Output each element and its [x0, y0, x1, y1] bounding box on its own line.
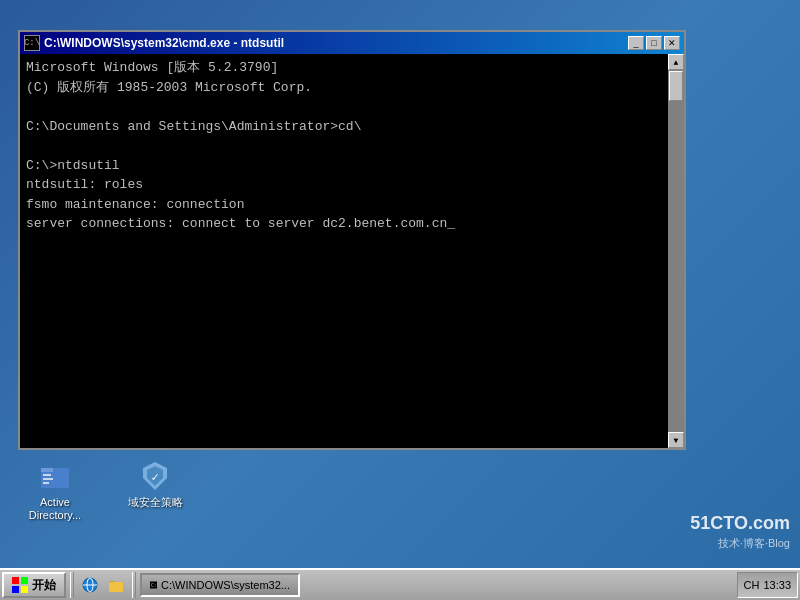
active-directory-label: Active Directory...: [20, 496, 90, 522]
maximize-button[interactable]: □: [646, 36, 662, 50]
scroll-up-button[interactable]: ▲: [668, 54, 684, 70]
cmd-window: C:\ C:\WINDOWS\system32\cmd.exe - ntdsut…: [18, 30, 686, 450]
security-policy-label: 域安全策略: [128, 496, 183, 509]
folder-quick-button[interactable]: [104, 573, 128, 597]
svg-rect-11: [21, 586, 28, 593]
svg-rect-10: [12, 586, 19, 593]
scroll-thumb[interactable]: [669, 71, 683, 101]
cmd-titlebar: C:\ C:\WINDOWS\system32\cmd.exe - ntdsut…: [20, 32, 684, 54]
tray-time: 13:33: [763, 579, 791, 591]
system-tray: CH 13:33: [737, 572, 798, 598]
scroll-track[interactable]: [668, 70, 684, 432]
scroll-down-button[interactable]: ▼: [668, 432, 684, 448]
svg-text:C:\: C:\: [151, 583, 157, 588]
active-directory-icon: [39, 460, 71, 492]
desktop-icon-active-directory[interactable]: Active Directory...: [20, 460, 90, 522]
folder-icon: [108, 577, 124, 593]
start-button[interactable]: 开始: [2, 572, 66, 598]
svg-rect-8: [12, 577, 19, 584]
desktop-icons: Active Directory... ✓ 域安全策略: [20, 460, 190, 522]
svg-rect-1: [41, 468, 53, 472]
titlebar-left: C:\ C:\WINDOWS\system32\cmd.exe - ntdsut…: [24, 35, 284, 51]
desktop: C:\ C:\WINDOWS\system32\cmd.exe - ntdsut…: [0, 0, 800, 600]
taskbar-grip-1: [70, 572, 74, 598]
watermark-site: 51CTO.com: [690, 512, 790, 535]
cmd-taskbar-button[interactable]: C:\ C:\WINDOWS\system32...: [140, 573, 300, 597]
cmd-icon: C:\: [24, 35, 40, 51]
cmd-title: C:\WINDOWS\system32\cmd.exe - ntdsutil: [44, 36, 284, 50]
svg-rect-9: [21, 577, 28, 584]
start-label: 开始: [32, 577, 56, 594]
cmd-taskbar-icon: C:\: [150, 578, 157, 592]
minimize-button[interactable]: _: [628, 36, 644, 50]
ie-quick-button[interactable]: [78, 573, 102, 597]
desktop-icon-security-policy[interactable]: ✓ 域安全策略: [120, 460, 190, 522]
security-policy-icon: ✓: [139, 460, 171, 492]
svg-rect-2: [43, 474, 51, 476]
svg-rect-3: [43, 478, 53, 480]
windows-logo-icon: [12, 577, 28, 593]
close-button[interactable]: ✕: [664, 36, 680, 50]
watermark-sub: 技术·博客·Blog: [690, 536, 790, 550]
taskbar-grip-2: [132, 572, 136, 598]
cmd-scrollbar[interactable]: ▲ ▼: [668, 54, 684, 448]
quick-launch: [78, 573, 128, 597]
svg-rect-15: [109, 582, 123, 592]
taskbar: 开始 C:\ C:\: [0, 568, 800, 600]
cmd-taskbar-label: C:\WINDOWS\system32...: [161, 579, 290, 591]
titlebar-buttons: _ □ ✕: [628, 36, 680, 50]
ie-icon: [82, 577, 98, 593]
tray-lang: CH: [744, 579, 760, 591]
cmd-body: Microsoft Windows [版本 5.2.3790] (C) 版权所有…: [20, 54, 684, 448]
svg-rect-4: [43, 482, 49, 484]
watermark: 51CTO.com 技术·博客·Blog: [690, 512, 790, 550]
svg-text:✓: ✓: [151, 471, 158, 485]
cmd-output: Microsoft Windows [版本 5.2.3790] (C) 版权所有…: [26, 58, 678, 234]
